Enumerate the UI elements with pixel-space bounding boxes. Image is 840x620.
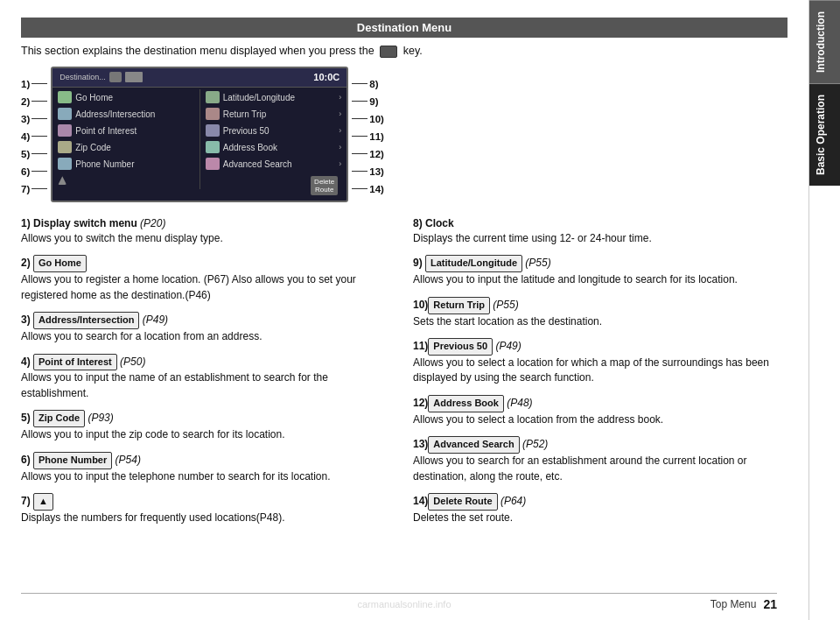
item-num-6: 6) [21,454,33,466]
latlong-btn-label: Latitude/Longitude [425,255,522,272]
diagram-right-labels: 8) 9) 10) 11) 12) 13) 14) [352,75,384,198]
item-num-4: 4) [21,356,33,368]
item-ref-6: (P54) [112,454,141,466]
item-num-13: 13) [413,438,428,450]
addrbook-icon [206,141,220,153]
left-label-6: 6) [21,163,47,180]
screen-row-latlong: Latitude/Longitude › [200,89,347,106]
phone-text: Phone Number [75,159,194,169]
item-title-8: Clock [425,217,454,229]
advsearch-text: Advanced Search [223,159,336,169]
phone-btn-label: Phone Number [33,452,112,469]
home-icon [58,91,72,103]
sidebar-tab-basic-operation[interactable]: Basic Operation [809,83,840,186]
descriptions-container: 1) Display switch menu (P20) Allows you … [21,216,788,535]
addrbook-btn-label: Address Book [428,395,504,412]
item-num-9: 9) [413,257,425,269]
desc-item-8: 8) Clock Displays the current time using… [413,216,788,247]
delete-route-btn: DeleteRoute [311,176,338,195]
item-num-2: 2) [21,257,33,269]
item-num-3: 3) [21,314,33,326]
screen-row-addrbook: Address Book › [200,139,347,156]
screen-row-prev50: Previous 50 › [200,123,347,139]
go-home-btn-label: Go Home [33,255,87,272]
sidebar-tab-basic-label: Basic Operation [815,95,827,175]
desc-item-10: 10)Return Trip (P55) Sets the start loca… [413,297,788,329]
up-btn-label: ▲ [33,493,53,511]
arrow-return: › [339,109,341,118]
zip-text: Zip Code [75,143,194,152]
desc-item-3: 3) Address/Intersection (P49) Allows you… [21,312,396,344]
section-title: Destination Menu [21,18,788,38]
return-btn-label: Return Trip [428,297,490,314]
left-label-4: 4) [21,128,47,145]
item-ref-1: (P20) [137,217,166,229]
screen-dest-label: Destination... [60,73,106,81]
footer-page-number: 21 [763,597,777,611]
screen-row-return: Return Trip › [200,106,347,123]
arrow-advsearch: › [339,159,341,168]
zip-btn-label: Zip Code [33,410,85,427]
screen-row-gohome: Go Home [52,89,200,106]
item-ref-4: (P50) [117,356,146,368]
item-num-12: 12) [413,397,428,409]
addrbook-text: Address Book [223,143,336,152]
desc-item-11: 11)Previous 50 (P49) Allows you to selec… [413,338,788,386]
desc-item-2: 2) Go Home Allows you to register a home… [21,255,396,303]
intro-paragraph: This section explains the destination me… [21,45,788,58]
screen-icon-2 [125,72,143,82]
item-ref-11: (P49) [493,340,522,352]
right-label-11: 11) [352,128,384,145]
nav-diagram: 1) 2) 3) 4) 5) 6) 7) Destination... 10:0… [21,67,788,202]
right-sidebar: Introduction Basic Operation [808,0,840,620]
right-label-10: 10) [352,110,384,128]
screen-row-address: Address/Intersection [52,106,200,123]
left-label-5: 5) [21,145,47,163]
desc-item-9: 9) Latitude/Longitude (P55) Allows you t… [413,255,788,287]
address-text: Address/Intersection [75,109,194,119]
item-desc-6: Allows you to input the telephone number… [21,470,331,483]
up-icon [58,176,66,185]
key-icon [380,46,397,58]
item-num-11: 11) [413,340,428,352]
arrow-latlong: › [339,93,341,102]
left-label-3: 3) [21,110,47,128]
screen-columns: Go Home Address/Intersection Point of In… [52,89,346,189]
main-content: Destination Menu This section explains t… [0,0,808,620]
delete-route-btn-label: Delete Route [428,493,497,511]
desc-item-1: 1) Display switch menu (P20) Allows you … [21,216,396,247]
item-desc-13: Allows you to search for an establishmen… [413,454,747,482]
return-icon [206,108,220,120]
desc-right-col: 8) Clock Displays the current time using… [413,216,788,535]
phone-icon [58,158,72,170]
item-desc-11: Allows you to select a location for whic… [413,356,769,384]
item-ref-12: (P48) [504,397,533,409]
sidebar-tab-introduction[interactable]: Introduction [809,0,840,83]
desc-left-col: 1) Display switch menu (P20) Allows you … [21,216,396,535]
item-desc-10: Sets the start location as the destinati… [413,315,602,328]
screen-row-phone: Phone Number [52,156,200,173]
prev50-btn-label: Previous 50 [428,338,493,356]
left-label-2: 2) [21,93,47,110]
item-desc-2: Allows you to register a home location. … [21,273,356,300]
address-icon [58,108,72,120]
intro-text: This section explains the destination me… [21,45,374,57]
screen-header-left: Destination... [60,72,143,82]
screen-right-col: Latitude/Longitude › Return Trip › Previ… [200,89,347,189]
right-label-8: 8) [352,75,384,93]
item-desc-14: Deletes the set route. [413,511,513,524]
latlong-text: Latitude/Longitude [223,93,336,102]
poi-text: Point of Interest [75,126,194,136]
desc-item-6: 6) Phone Number (P54) Allows you to inpu… [21,452,396,484]
desc-item-4: 4) Point of Interest (P50) Allows you to… [21,354,396,402]
item-desc-9: Allows you to input the latitude and lon… [413,273,738,285]
item-desc-5: Allows you to input the zip code to sear… [21,428,285,440]
desc-item-13: 13)Advanced Search (P52) Allows you to s… [413,436,788,484]
screen-time: 10:0C [313,72,340,82]
diagram-left-labels: 1) 2) 3) 4) 5) 6) 7) [21,75,47,198]
item-num-1: 1) [21,217,33,229]
address-btn-label: Address/Intersection [33,312,139,329]
right-label-12: 12) [352,145,384,163]
item-ref-10: (P55) [490,299,519,311]
screen-header: Destination... 10:0C [52,68,346,88]
